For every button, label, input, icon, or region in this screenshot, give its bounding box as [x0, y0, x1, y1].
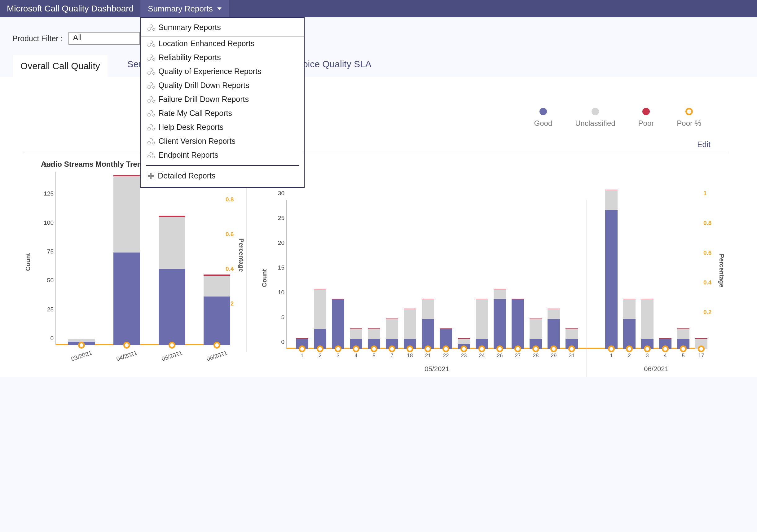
menu-item-label: Location-Enhanced Reports: [158, 39, 255, 48]
poor-pct-marker: [497, 345, 503, 352]
bar-group[interactable]: 06/2021: [203, 275, 230, 345]
menu-item-rate-my-call-reports[interactable]: Rate My Call Reports: [141, 106, 304, 120]
product-filter-value: All: [73, 33, 82, 42]
poor-pct-marker: [626, 345, 633, 352]
menu-item-label: Client Version Reports: [158, 137, 235, 146]
y-tick: 30: [267, 190, 285, 197]
monthly-chart-plot: Count Percentage 025507510012515000.20.4…: [55, 172, 224, 345]
bar-seg-unclassified: [677, 329, 689, 339]
legend-swatch-poor: [642, 108, 650, 115]
bar-group[interactable]: 04/2021: [113, 175, 140, 345]
poor-pct-marker: [168, 342, 175, 349]
bar-seg-unclassified: [641, 299, 653, 339]
poor-pct-marker: [353, 345, 359, 352]
topbar: Microsoft Call Quality Dashboard Summary…: [0, 0, 757, 17]
bar-group[interactable]: 2: [623, 299, 636, 349]
poor-pct-marker: [698, 345, 705, 352]
bar-group[interactable]: 28: [530, 318, 542, 349]
menu-item-failure-drilldown-reports[interactable]: Failure Drill Down Reports: [141, 92, 304, 106]
bar-seg-good: [494, 299, 506, 349]
poor-pct-marker: [123, 342, 130, 349]
legend-swatch-poor-pct: [685, 108, 693, 115]
bar-group[interactable]: 7: [386, 318, 398, 349]
tab-voice-quality-sla[interactable]: Voice Quality SLA: [296, 56, 373, 75]
bar-group[interactable]: 2: [314, 289, 326, 349]
x-tick-label: 27: [515, 353, 521, 359]
edit-button[interactable]: Edit: [697, 140, 711, 149]
menu-item-location-enhanced-reports[interactable]: Location-Enhanced Reports: [141, 37, 304, 50]
bar-seg-good: [113, 252, 140, 345]
bar-group[interactable]: 24: [476, 299, 488, 349]
y-tick: 25: [37, 306, 54, 313]
menu-item-detailed-reports[interactable]: Detailed Reports: [141, 166, 304, 187]
bar-seg-unclassified: [565, 329, 578, 339]
menu-item-quality-drilldown-reports[interactable]: Quality Drill Down Reports: [141, 78, 304, 92]
charts-container: Audio Streams Monthly Trend Count Percen…: [23, 153, 727, 352]
legend-label: Poor: [638, 119, 654, 128]
bar-group[interactable]: 29: [548, 309, 560, 349]
y2-tick: 0.4: [703, 279, 717, 286]
y-tick: 50: [37, 277, 54, 284]
y2-tick: 0.4: [226, 266, 239, 272]
bar-group[interactable]: 26: [494, 289, 506, 349]
bar-seg-good: [422, 319, 434, 349]
grid-icon: [148, 173, 154, 179]
reports-dropdown[interactable]: Summary Reports Summary Reports Location…: [140, 0, 229, 17]
bar-group[interactable]: 3: [332, 299, 344, 349]
menu-item-endpoint-reports[interactable]: Endpoint Reports: [141, 148, 304, 162]
poor-pct-marker: [317, 345, 323, 352]
bar-seg-unclassified: [368, 329, 380, 339]
bar-group[interactable]: 1: [605, 190, 618, 349]
menu-item-qoe-reports[interactable]: Quality of Experience Reports: [141, 65, 304, 78]
bar-group[interactable]: 05/2021: [159, 216, 185, 345]
poor-pct-marker: [335, 345, 342, 352]
y2-tick: 0.2: [703, 309, 717, 316]
x-tick-label: 04/2021: [116, 349, 138, 363]
y-tick: 0: [267, 339, 285, 345]
y-tick: 125: [37, 190, 54, 197]
report-node-icon: [148, 124, 155, 131]
report-node-icon: [148, 41, 155, 47]
bar-seg-good: [548, 319, 560, 349]
menu-item-help-desk-reports[interactable]: Help Desk Reports: [141, 120, 304, 134]
menu-item-client-version-reports[interactable]: Client Version Reports: [141, 134, 304, 148]
product-filter-select[interactable]: All: [69, 32, 140, 44]
poor-pct-marker: [514, 345, 521, 352]
x-tick-label: 2: [628, 353, 631, 359]
report-node-icon: [148, 24, 155, 31]
y2-tick: 0.8: [226, 196, 239, 203]
bar-seg-good: [605, 210, 618, 349]
product-filter-label: Product Filter :: [13, 34, 63, 43]
menu-item-label: Summary Reports: [158, 23, 221, 32]
y-tick: 5: [267, 314, 285, 321]
report-node-icon: [148, 54, 155, 61]
y-tick: 100: [37, 220, 54, 226]
menu-item-reliability-reports[interactable]: Reliability Reports: [141, 50, 304, 65]
report-node-icon: [148, 110, 155, 116]
tab-overall-call-quality[interactable]: Overall Call Quality: [13, 55, 107, 77]
bar-group[interactable]: 3: [641, 299, 653, 349]
bar-group[interactable]: 21: [422, 299, 434, 349]
y2-tick: 0.6: [226, 231, 239, 238]
bar-seg-good: [623, 319, 636, 349]
y-tick: 10: [267, 289, 285, 296]
x-tick-label: 5: [682, 353, 684, 359]
bar-group[interactable]: 27: [512, 299, 524, 349]
poor-pct-marker: [478, 345, 485, 352]
bar-group[interactable]: 18: [404, 309, 416, 349]
x-tick-label: 18: [407, 353, 413, 359]
bar-seg-unclassified: [314, 289, 326, 329]
y-tick: 0: [37, 335, 54, 342]
poor-pct-marker: [532, 345, 539, 352]
x-tick-label: 05/2021: [161, 349, 183, 363]
x-tick-label: 7: [390, 353, 393, 359]
legend-label: Poor %: [677, 119, 701, 128]
report-node-icon: [148, 152, 155, 158]
menu-item-summary-reports[interactable]: Summary Reports: [141, 18, 304, 37]
x-tick-label: 3: [337, 353, 339, 359]
menu-item-label: Reliability Reports: [158, 53, 221, 62]
daily-chart-plot: Count Percentage 05101520253000.20.40.60…: [286, 200, 702, 349]
filter-row: Product Filter : All: [0, 17, 757, 55]
x-tick-label: 22: [443, 353, 449, 359]
x-tick-label: 23: [461, 353, 467, 359]
